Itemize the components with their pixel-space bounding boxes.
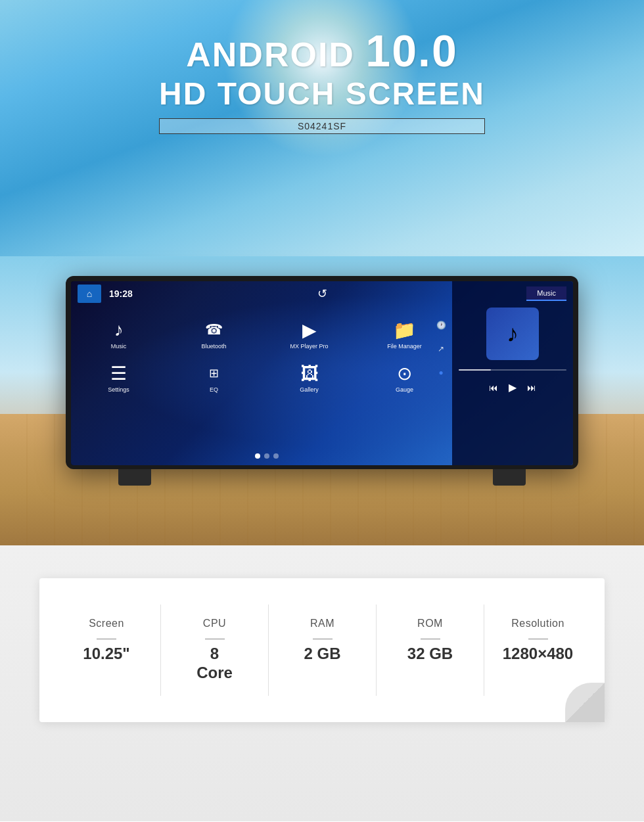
specs-section: Screen 10.25" CPU 8Core RAM 2 GB ROM 32 … xyxy=(0,545,644,821)
music-progress-fill xyxy=(459,369,491,371)
music-icon: ♪ xyxy=(108,319,129,340)
spec-rom-label: ROM xyxy=(417,618,443,629)
prev-track-button[interactable]: ⏮ xyxy=(489,382,498,393)
screen-topbar: ⌂ 19:28 ↺ Music xyxy=(71,281,573,306)
header-title: ANDROID 10.0 HD TOUCH SCREEN S04241SF xyxy=(159,26,485,134)
bluetooth-icon: ☎ xyxy=(204,319,225,340)
music-album-art: ♪ xyxy=(486,308,539,360)
app-mx-player-label: MX Player Pro xyxy=(290,343,328,350)
hero-section: ANDROID 10.0 HD TOUCH SCREEN S04241SF xyxy=(0,0,644,256)
spec-screen-value: 10.25" xyxy=(83,645,129,664)
device-section: ⌂ 19:28 ↺ Music ♪ Music xyxy=(0,256,644,545)
stand-leg-right xyxy=(493,469,526,486)
spec-ram-label: RAM xyxy=(310,618,334,629)
spec-ram-divider xyxy=(313,639,333,639)
back-button[interactable]: ↺ xyxy=(317,286,327,301)
spec-screen-divider xyxy=(97,639,116,639)
spec-cpu-divider xyxy=(205,639,225,639)
spec-cpu: CPU 8Core xyxy=(160,605,268,696)
screen-background: ⌂ 19:28 ↺ Music ♪ Music xyxy=(71,281,573,465)
page-dots xyxy=(255,453,279,459)
app-music[interactable]: ♪ Music xyxy=(71,313,166,356)
spec-cpu-value: 8Core xyxy=(196,645,233,683)
app-settings[interactable]: ☰ Settings xyxy=(71,356,166,400)
spec-ram: RAM 2 GB xyxy=(268,605,376,696)
settings-icon: ☰ xyxy=(108,363,129,384)
spec-ram-value: 2 GB xyxy=(304,645,340,664)
media-icon[interactable]: ● xyxy=(434,365,448,380)
side-icons: 🕐 ↗ ● xyxy=(430,314,452,384)
mx-player-icon: ▶ xyxy=(299,319,320,340)
spec-resolution-divider xyxy=(528,639,548,639)
spec-screen-label: Screen xyxy=(89,618,124,629)
model-badge: S04241SF xyxy=(159,118,485,134)
monitor-wrapper: ⌂ 19:28 ↺ Music ♪ Music xyxy=(66,276,578,486)
hd-touch-title: HD TOUCH SCREEN xyxy=(159,76,485,112)
android-title: ANDROID 10.0 xyxy=(159,26,485,76)
android-text: ANDROID xyxy=(186,35,365,74)
route-icon[interactable]: ↗ xyxy=(434,342,448,356)
app-gauge-label: Gauge xyxy=(396,386,413,393)
dot-3 xyxy=(273,453,279,459)
monitor-screen: ⌂ 19:28 ↺ Music ♪ Music xyxy=(71,281,573,465)
app-music-label: Music xyxy=(111,343,127,350)
spec-resolution: Resolution 1280×480 xyxy=(484,605,591,696)
spec-rom-divider xyxy=(421,639,440,639)
app-eq[interactable]: ⊞ EQ xyxy=(166,356,262,400)
music-player-panel: ♪ ⏮ ▶ ⏭ xyxy=(452,281,573,465)
app-bluetooth-label: Bluetooth xyxy=(201,343,226,350)
app-bluetooth[interactable]: ☎ Bluetooth xyxy=(166,313,262,356)
app-mx-player[interactable]: ▶ MX Player Pro xyxy=(262,313,357,356)
monitor-stand xyxy=(66,469,578,486)
spec-screen: Screen 10.25" xyxy=(53,605,160,696)
music-progress-bar[interactable] xyxy=(459,369,566,371)
home-button[interactable]: ⌂ xyxy=(78,285,101,303)
play-button[interactable]: ▶ xyxy=(509,381,517,394)
dot-1 xyxy=(255,453,260,459)
music-controls: ⏮ ▶ ⏭ xyxy=(489,381,536,394)
spec-resolution-label: Resolution xyxy=(511,618,564,629)
clock-icon[interactable]: 🕐 xyxy=(434,318,448,332)
spec-cpu-label: CPU xyxy=(203,618,226,629)
eq-icon: ⊞ xyxy=(204,363,225,384)
gallery-icon: 🖼 xyxy=(299,363,320,384)
app-settings-label: Settings xyxy=(108,386,129,393)
app-eq-label: EQ xyxy=(210,386,218,393)
next-track-button[interactable]: ⏭ xyxy=(527,382,536,393)
stand-leg-left xyxy=(118,469,151,486)
spec-rom-value: 32 GB xyxy=(407,645,453,664)
app-file-manager-label: File Manager xyxy=(387,343,422,350)
app-grid: ♪ Music ☎ Bluetooth ▶ MX Player Pro 📁 xyxy=(71,306,452,406)
dot-2 xyxy=(264,453,269,459)
spec-rom: ROM 32 GB xyxy=(376,605,484,696)
app-gallery[interactable]: 🖼 Gallery xyxy=(262,356,357,400)
file-manager-icon: 📁 xyxy=(394,319,415,340)
screen-time: 19:28 xyxy=(109,288,133,299)
android-version: 10.0 xyxy=(365,26,457,76)
music-tab[interactable]: Music xyxy=(526,286,566,301)
specs-grid: Screen 10.25" CPU 8Core RAM 2 GB ROM 32 … xyxy=(53,605,591,696)
specs-paper: Screen 10.25" CPU 8Core RAM 2 GB ROM 32 … xyxy=(39,578,605,722)
gauge-icon: ⊙ xyxy=(394,363,415,384)
app-gallery-label: Gallery xyxy=(300,386,319,393)
spec-resolution-value: 1280×480 xyxy=(503,645,573,664)
monitor-outer: ⌂ 19:28 ↺ Music ♪ Music xyxy=(66,276,578,469)
